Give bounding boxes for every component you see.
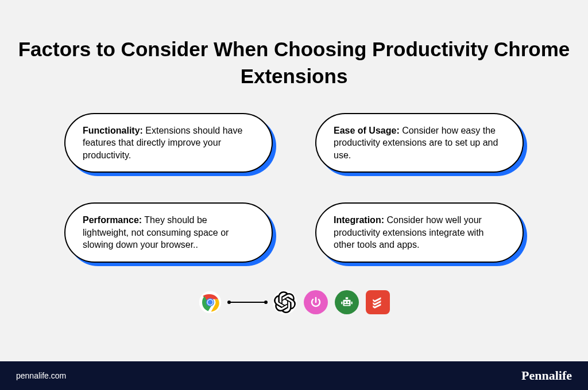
svg-rect-8 <box>345 304 350 305</box>
card-ease-of-usage: Ease of Usage: Consider how easy the pro… <box>315 113 524 173</box>
todoist-icon <box>366 290 390 314</box>
card-label: Performance: <box>83 215 142 225</box>
card-label: Functionality: <box>83 126 143 135</box>
robot-icon <box>335 290 359 314</box>
card-integration: Integration: Consider how well your prod… <box>315 202 524 263</box>
page-title: Factors to Consider When Choosing Produc… <box>0 0 588 113</box>
svg-rect-5 <box>346 297 348 299</box>
power-icon <box>304 290 328 314</box>
cards-grid: Functionality: Extensions should have fe… <box>0 113 588 263</box>
card-label: Integration: <box>334 215 384 225</box>
chrome-icon <box>198 290 222 314</box>
card-label: Ease of Usage: <box>334 126 400 135</box>
footer: pennalife.com Pennalife <box>0 361 588 390</box>
footer-brand: Pennalife <box>521 368 572 383</box>
icons-row <box>0 290 588 314</box>
svg-point-7 <box>347 302 349 303</box>
svg-point-6 <box>345 302 346 303</box>
svg-rect-10 <box>351 302 353 304</box>
footer-url: pennalife.com <box>16 371 66 380</box>
openai-icon <box>273 290 297 314</box>
svg-rect-9 <box>341 302 342 304</box>
card-functionality: Functionality: Extensions should have fe… <box>64 113 273 173</box>
card-performance: Performance: They should be lightweight,… <box>64 202 273 263</box>
svg-point-3 <box>208 300 213 305</box>
connector-line <box>229 302 266 303</box>
